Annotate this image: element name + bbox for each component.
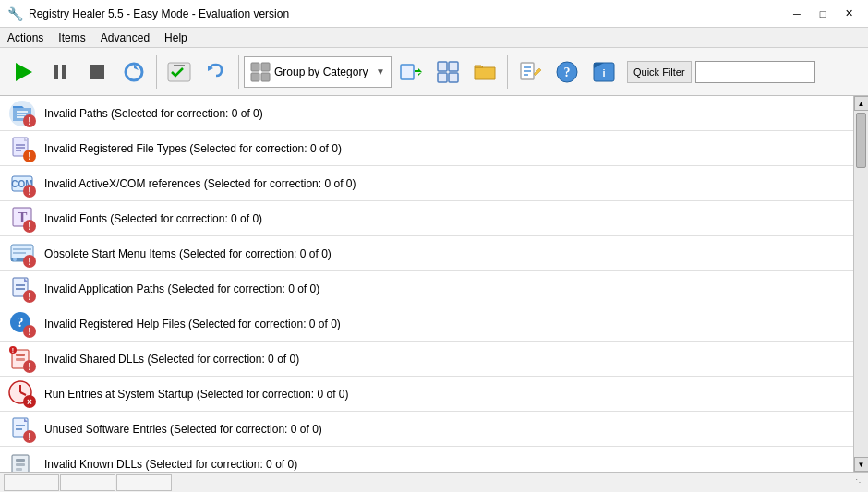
- svg-rect-69: [16, 354, 25, 356]
- title-bar-left: 🔧 Registry Healer 5.5 - Easy Mode - Eval…: [7, 6, 289, 21]
- about-button[interactable]: i: [586, 54, 621, 90]
- app-title: Registry Healer 5.5 - Easy Mode - Evalua…: [29, 7, 289, 20]
- dropdown-arrow-icon: ▼: [376, 66, 385, 77]
- svg-rect-17: [449, 62, 458, 71]
- undo-button[interactable]: [199, 54, 234, 90]
- svg-point-53: [13, 258, 17, 261]
- startup-text: Run Entries at System Startup (Selected …: [44, 388, 348, 401]
- status-segment-1: [4, 474, 59, 491]
- svg-text:!: !: [28, 222, 30, 232]
- status-bar: ⋱: [0, 472, 868, 492]
- group-icon: [250, 62, 271, 82]
- list-item[interactable]: ! Invalid Application Paths (Selected fo…: [0, 271, 853, 306]
- svg-text:i: i: [602, 67, 605, 78]
- svg-rect-19: [449, 73, 458, 82]
- invalid-paths-icon: !: [7, 99, 37, 128]
- scroll-track[interactable]: [854, 111, 868, 457]
- folder-button[interactable]: [467, 54, 502, 90]
- svg-rect-70: [16, 358, 25, 361]
- menu-help[interactable]: Help: [157, 28, 195, 47]
- stop-icon: [84, 59, 110, 85]
- main-area: ! Invalid Paths (Selected for correction…: [0, 96, 868, 472]
- close-button[interactable]: ✕: [837, 5, 861, 23]
- folder-icon: [472, 59, 498, 85]
- separator-1: [156, 55, 157, 89]
- apppaths-icon: !: [7, 274, 37, 304]
- menu-advanced[interactable]: Advanced: [93, 28, 157, 47]
- invalid-paths-text: Invalid Paths (Selected for correction: …: [44, 107, 263, 120]
- quick-filter-input[interactable]: [695, 61, 815, 83]
- minimize-button[interactable]: ─: [785, 5, 809, 23]
- svg-text:?: ?: [18, 316, 24, 330]
- startup-icon: ×: [7, 379, 37, 409]
- knowndlls-icon: [7, 450, 37, 473]
- helpfiles-icon: ? !: [7, 309, 37, 339]
- svg-rect-89: [16, 468, 22, 471]
- help-icon: ?: [554, 59, 580, 85]
- svg-text:×: ×: [27, 397, 32, 407]
- list-item[interactable]: COM ! Invalid ActiveX/COM references (Se…: [0, 166, 853, 201]
- edit-icon: [517, 59, 543, 85]
- status-segment-2: [60, 474, 115, 491]
- scroll-down-button[interactable]: ▼: [854, 457, 869, 472]
- expand-button[interactable]: [430, 54, 465, 90]
- menu-items[interactable]: Items: [51, 28, 92, 47]
- menu-bar: Actions Items Advanced Help: [0, 28, 868, 48]
- svg-text:!: !: [28, 327, 30, 337]
- list-item[interactable]: ! Obsolete Start Menu Items (Selected fo…: [0, 236, 853, 271]
- list-item[interactable]: Invalid Known DLLs (Selected for correct…: [0, 447, 853, 472]
- svg-marker-15: [418, 72, 422, 76]
- svg-text:!: !: [28, 292, 30, 302]
- resize-grip-icon: ⋱: [855, 477, 864, 487]
- svg-marker-0: [16, 63, 32, 81]
- list-item[interactable]: T ! Invalid Fonts (Selected for correcti…: [0, 201, 853, 236]
- auto-fix-button[interactable]: [116, 54, 151, 90]
- app-icon: 🔧: [7, 6, 23, 21]
- category-list: ! Invalid Paths (Selected for correction…: [0, 96, 853, 472]
- list-item[interactable]: ! Unused Software Entries (Selected for …: [0, 412, 853, 447]
- menu-actions[interactable]: Actions: [0, 28, 51, 47]
- startmenu-text: Obsolete Start Menu Items (Selected for …: [44, 247, 332, 260]
- fonts-text: Invalid Fonts (Selected for correction: …: [44, 212, 262, 225]
- fonts-icon: T !: [7, 204, 37, 234]
- list-item[interactable]: ! Invalid Paths (Selected for correction…: [0, 96, 853, 131]
- about-icon: i: [591, 59, 617, 85]
- list-item[interactable]: ! ! Invalid Shared DLLs (Selected for co…: [0, 342, 853, 377]
- status-segment-3: [116, 474, 172, 491]
- svg-marker-24: [534, 68, 541, 76]
- helpfiles-text: Invalid Registered Help Files (Selected …: [44, 318, 341, 330]
- edit-button[interactable]: [512, 54, 548, 90]
- svg-text:!: !: [28, 432, 30, 442]
- scroll-up-button[interactable]: ▲: [854, 96, 869, 111]
- group-by-dropdown[interactable]: Group by Category ▼: [244, 56, 392, 88]
- scroll-thumb[interactable]: [856, 113, 866, 168]
- svg-text:?: ?: [564, 66, 571, 79]
- svg-rect-12: [261, 73, 270, 81]
- svg-rect-9: [251, 63, 259, 71]
- auto-fix-icon: [121, 59, 147, 85]
- svg-text:!: !: [28, 116, 30, 126]
- shareddlls-text: Invalid Shared DLLs (Selected for correc…: [44, 353, 299, 366]
- svg-rect-1: [54, 65, 58, 79]
- stop-button[interactable]: [79, 54, 115, 90]
- group-by-label: Group by Category: [274, 66, 372, 78]
- maximize-button[interactable]: □: [811, 5, 835, 23]
- title-bar: 🔧 Registry Healer 5.5 - Easy Mode - Eval…: [0, 0, 868, 28]
- svg-rect-3: [90, 65, 104, 79]
- software-icon: !: [7, 414, 37, 444]
- pause-button[interactable]: [42, 54, 78, 90]
- svg-rect-88: [16, 463, 25, 466]
- vertical-scrollbar[interactable]: ▲ ▼: [853, 96, 868, 472]
- quick-filter-label: Quick Filter: [627, 61, 692, 83]
- help-button[interactable]: ?: [549, 54, 585, 90]
- toolbar: Group by Category ▼: [0, 48, 868, 96]
- software-text: Unused Software Entries (Selected for co…: [44, 423, 322, 436]
- list-item[interactable]: × Run Entries at System Startup (Selecte…: [0, 377, 853, 412]
- scan-icon: [10, 59, 36, 85]
- export-icon: [398, 59, 424, 85]
- export-button[interactable]: [393, 54, 428, 90]
- list-item[interactable]: ! Invalid Registered File Types (Selecte…: [0, 131, 853, 166]
- scan-button[interactable]: [6, 54, 41, 90]
- fix-button[interactable]: [162, 54, 197, 90]
- list-item[interactable]: ? ! Invalid Registered Help Files (Selec…: [0, 306, 853, 342]
